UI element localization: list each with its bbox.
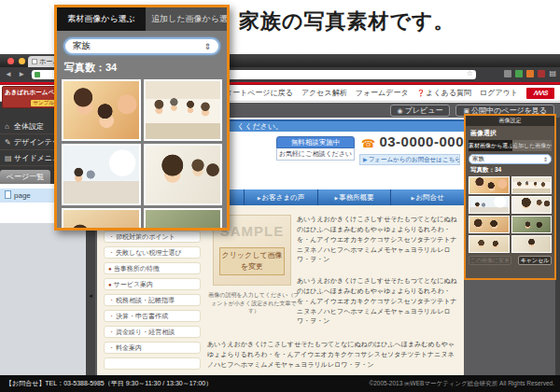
consult-badge-title: 無料相談実施中 — [276, 136, 355, 148]
change-image-overlay[interactable]: クリックして画像を変更 — [219, 247, 285, 275]
menu-pricing[interactable]: 料金案内 — [104, 342, 201, 354]
sidebar-filler — [0, 223, 86, 386]
category-select[interactable]: 家族 ⇕ — [469, 154, 552, 164]
photo-thumbnail[interactable] — [144, 208, 223, 231]
form-inquiry-link[interactable]: ▶フォームからのお問合せはこちら — [359, 154, 460, 165]
arrow-icon: ▶ — [412, 195, 415, 201]
arrow-icon: ▶ — [363, 157, 368, 162]
category-select[interactable]: 家族 ⇕ — [63, 37, 220, 55]
menu-tax-consult[interactable]: 税務相談・記帳指導 — [104, 294, 201, 306]
eye-icon: ◉ — [398, 107, 403, 114]
photo-count-label: 写真数：34 — [64, 61, 227, 75]
tab-uploaded-images[interactable]: 追加した画像から選ぶ — [146, 7, 227, 31]
list-icon: ▤ — [5, 150, 14, 166]
family-photo-sofa — [146, 81, 221, 139]
nav-faq[interactable]: ❓よくある質問 — [417, 88, 471, 98]
browser-menu-icon[interactable]: ▤ — [549, 70, 556, 77]
change-image-button-disabled[interactable]: この画像に変更 — [469, 256, 511, 265]
photo-thumbnail[interactable] — [511, 235, 553, 253]
photo-thumbnail[interactable] — [144, 144, 223, 205]
status-footer: 【お問合せ】TEL：03-5388-5985（平日 9:30～11:30 / 1… — [0, 375, 560, 392]
photo-count-label: 写真数：34 — [470, 166, 554, 175]
stepper-icon: ⇕ — [203, 42, 211, 51]
preview-nav-voices[interactable]: ▶お客さまの声 — [244, 189, 317, 205]
preview-button[interactable]: ◉プレビュー — [390, 105, 451, 117]
photo-thumbnail[interactable] — [62, 79, 141, 141]
extension-icon[interactable] — [526, 70, 534, 77]
nav-access-analytics[interactable]: アクセス解析 — [301, 88, 347, 98]
annotation-heading: 家族の写真素材です。 — [239, 7, 455, 35]
page-icon — [5, 190, 11, 199]
family-photo — [512, 217, 552, 232]
menu-service-guide[interactable]: サービス案内 — [104, 278, 201, 290]
pencil-icon: ✎ — [5, 134, 14, 150]
placeholder-paragraph: あいうえおかきくけこさしすせそたもつてとなにぬねのはひふへほまみむめもやゃゆょよ… — [297, 276, 459, 330]
menu-empty-row — [104, 357, 201, 370]
preview-content: お役立ち情報 節税対策のポイント 失敗しない税理士選び 当事務所の特徴 サービス… — [97, 205, 464, 375]
popup-photo-grid — [62, 79, 222, 231]
preview-side-menu: お役立ち情報 節税対策のポイント 失敗しない税理士選び 当事務所の特徴 サービス… — [104, 215, 201, 373]
tab-uploaded-images[interactable]: 追加した画像から選ぶ — [512, 140, 552, 151]
preview-nav-contact[interactable]: ▶お問合せ — [390, 189, 464, 205]
photo-thumbnail[interactable] — [469, 176, 510, 194]
family-photo — [512, 236, 552, 252]
panel-buttons: この画像に変更 キャンセル — [469, 256, 552, 265]
stepper-icon: ⇕ — [543, 156, 548, 162]
arrow-icon: ▶ — [258, 195, 261, 201]
tab-favicon — [32, 59, 37, 64]
panel-tabs: 素材画像から選ぶ 追加した画像から選ぶ — [469, 140, 552, 151]
minimize-window-icon[interactable] — [19, 58, 25, 64]
menu-office-features[interactable]: 当事務所の特徴 — [104, 262, 201, 274]
photo-thumbnail[interactable] — [511, 196, 553, 214]
menu-choose-accountant[interactable]: 失敗しない税理士選び — [104, 246, 201, 259]
question-icon: ❓ — [417, 90, 426, 96]
close-window-icon[interactable] — [7, 58, 14, 64]
popup-tabs: 素材画像から選ぶ 追加した画像から選ぶ — [57, 7, 227, 31]
image-settings-panel: 画像設定 画像選択 素材画像から選ぶ 追加した画像から選ぶ 家族 ⇕ 写真数：3… — [464, 114, 556, 280]
menu-tax-saving[interactable]: 節税対策のポイント — [104, 231, 201, 243]
bookmark-star-icon[interactable]: ☆ — [467, 69, 473, 77]
photo-thumbnail[interactable] — [469, 235, 510, 253]
panel-photo-grid — [469, 176, 552, 253]
panel-section-label: 画像選択 — [470, 129, 554, 138]
cancel-button[interactable]: キャンセル — [518, 256, 552, 265]
screenshot-canvas: 家族の写真素材です。 ホーム ◄ ► ⟳ ☆ ▤ ⌂スタートページに戻る アクセ… — [0, 0, 560, 392]
extension-icon[interactable] — [504, 70, 511, 77]
consult-badge-sub: お気軽にご相談ください — [276, 148, 355, 161]
photo-thumbnail[interactable] — [469, 196, 510, 214]
family-photo-living-room — [63, 146, 139, 203]
phone-icon: ☎ — [361, 137, 375, 150]
photo-thumbnail[interactable] — [469, 216, 510, 233]
tab-page-list[interactable]: ページ一覧 — [0, 170, 50, 184]
nav-logout[interactable]: ログアウト — [480, 88, 518, 98]
extension-icon[interactable] — [538, 70, 545, 77]
extension-icons: ▤ — [504, 70, 556, 77]
menu-financing[interactable]: 資金繰り・経営相談 — [104, 326, 201, 338]
extension-icon[interactable] — [515, 70, 523, 77]
family-photo — [469, 217, 509, 232]
photo-thumbnail[interactable] — [511, 176, 553, 194]
family-photo-cropped — [146, 210, 221, 231]
collapse-arrow-icon[interactable]: ◄ — [88, 293, 93, 299]
photo-thumbnail[interactable] — [144, 79, 223, 141]
category-select-value: 家族 — [73, 40, 91, 52]
family-photo-girl-closeup — [146, 146, 221, 203]
site-favicon — [35, 72, 40, 77]
family-photo-cropped — [63, 210, 139, 231]
menu-settlement[interactable]: 決算・申告書作成 — [104, 310, 201, 322]
photo-thumbnail[interactable] — [62, 144, 141, 205]
photo-thumbnail[interactable] — [511, 216, 553, 233]
photo-thumbnail[interactable] — [62, 208, 141, 231]
image-caption: 画像の説明を入力してください（フォントが小さく設定された文章です） — [207, 291, 301, 315]
preview-nav-overview[interactable]: ▶事務所概要 — [317, 189, 391, 205]
arrow-icon: ▶ — [334, 195, 338, 201]
app-logo-text: あきばれホームページ — [5, 89, 55, 95]
family-photo — [469, 197, 509, 213]
tab-stock-images-active[interactable]: 素材画像から選ぶ — [57, 7, 146, 31]
family-photo — [469, 236, 509, 252]
family-photo-mother-baby — [63, 81, 139, 139]
nav-form-data[interactable]: フォームデータ — [356, 88, 409, 98]
tab-stock-images[interactable]: 素材画像から選ぶ — [469, 140, 512, 151]
family-photo — [512, 197, 552, 213]
phone-number: ☎ 03-0000-0000 — [361, 133, 464, 150]
